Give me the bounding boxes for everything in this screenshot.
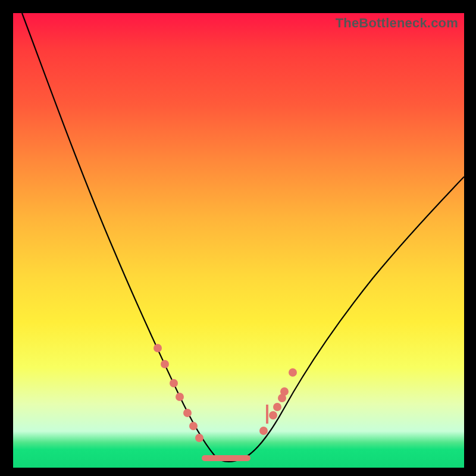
marker-group [154, 344, 297, 442]
curve-marker [154, 344, 162, 352]
curve-marker [161, 360, 169, 368]
curve-marker [259, 427, 268, 435]
curve-marker [289, 368, 297, 377]
curve-marker [195, 434, 203, 442]
chart-svg [13, 13, 464, 468]
outer-frame: TheBottleneck.com [0, 0, 476, 476]
plot-area: TheBottleneck.com [13, 13, 464, 468]
curve-marker [269, 411, 277, 419]
curve-marker [176, 393, 184, 401]
curve-marker [280, 387, 289, 396]
curve-marker [183, 409, 192, 417]
curve-marker [189, 422, 198, 430]
bottleneck-curve [22, 13, 464, 462]
curve-marker [273, 403, 281, 411]
curve-marker [170, 379, 178, 387]
